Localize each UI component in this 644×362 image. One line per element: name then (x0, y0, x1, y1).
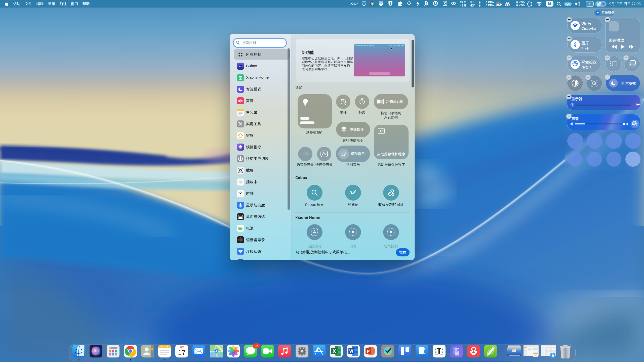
svg-text:17: 17 (178, 349, 186, 356)
